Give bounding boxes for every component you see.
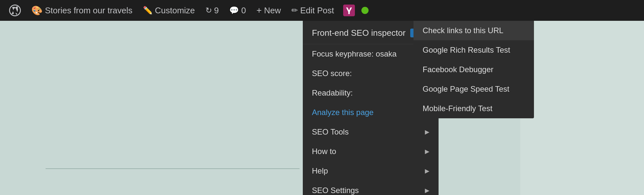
- avatar-icon: 🎨: [31, 5, 43, 16]
- readability-label: Readability:: [312, 88, 353, 98]
- focus-keyphrase-label: Focus keyphrase: osaka: [312, 49, 397, 58]
- submenu-panel: Check links to this URL Google Rich Resu…: [413, 21, 534, 118]
- help-chevron: ▶: [425, 167, 429, 175]
- right-sidebar: [520, 21, 644, 195]
- help-label: Help: [312, 166, 328, 176]
- seo-tools-item[interactable]: SEO Tools ▶: [303, 122, 439, 142]
- comments-item[interactable]: 💬 0: [224, 0, 251, 21]
- comment-icon: 💬: [229, 6, 239, 15]
- seo-score-label: SEO score:: [312, 69, 352, 78]
- facebook-debugger-item[interactable]: Facebook Debugger: [413, 60, 534, 79]
- mobile-friendly-label: Mobile-Friendly Test: [423, 104, 492, 113]
- customize-item[interactable]: ✏️ Customize: [138, 0, 200, 21]
- how-to-label: How to: [312, 147, 336, 156]
- edit-post-label: Edit Post: [300, 6, 334, 16]
- seo-settings-label: SEO Settings: [312, 186, 359, 195]
- yoast-item[interactable]: [339, 0, 359, 21]
- how-to-chevron: ▶: [425, 148, 429, 155]
- plus-icon: +: [257, 5, 262, 16]
- seo-settings-item[interactable]: SEO Settings ▶: [303, 181, 439, 195]
- wordpress-icon: [9, 5, 21, 16]
- green-status-item[interactable]: [359, 0, 371, 21]
- check-links-label: Check links to this URL: [423, 26, 503, 35]
- admin-bar: 🎨 Stories from our travels ✏️ Customize …: [0, 0, 644, 21]
- google-pagespeed-label: Google Page Speed Test: [423, 84, 509, 93]
- help-item[interactable]: Help ▶: [303, 161, 439, 181]
- mobile-friendly-item[interactable]: Mobile-Friendly Test: [413, 99, 534, 118]
- customize-label: Customize: [155, 6, 195, 16]
- site-name-item[interactable]: 🎨 Stories from our travels: [26, 0, 138, 21]
- seo-tools-chevron: ▶: [425, 128, 429, 136]
- dropdown-title: Front-end SEO inspector: [312, 28, 406, 38]
- sync-icon: ↻: [205, 6, 212, 15]
- comments-count: 0: [241, 6, 246, 16]
- yoast-icon: [343, 5, 355, 16]
- seo-settings-chevron: ▶: [425, 187, 429, 194]
- google-rich-item[interactable]: Google Rich Results Test: [413, 40, 534, 60]
- facebook-debugger-label: Facebook Debugger: [423, 65, 493, 74]
- seo-tools-label: SEO Tools: [312, 127, 349, 136]
- page-divider: [46, 168, 300, 169]
- updates-count: 9: [214, 6, 219, 16]
- pencil-icon: ✏️: [143, 6, 153, 15]
- new-item[interactable]: + New: [251, 0, 286, 21]
- how-to-item[interactable]: How to ▶: [303, 142, 439, 161]
- edit-icon: ✏: [291, 6, 298, 15]
- analyze-page-label: Analyze this page: [312, 108, 373, 117]
- green-status-dot: [361, 7, 369, 14]
- site-name-label: Stories from our travels: [45, 6, 133, 16]
- google-pagespeed-item[interactable]: Google Page Speed Test: [413, 79, 534, 99]
- updates-item[interactable]: ↻ 9: [200, 0, 224, 21]
- wordpress-logo-item[interactable]: [4, 0, 26, 21]
- new-label: New: [264, 6, 281, 16]
- google-rich-label: Google Rich Results Test: [423, 46, 510, 54]
- edit-post-item[interactable]: ✏ Edit Post: [286, 0, 339, 21]
- check-links-item[interactable]: Check links to this URL: [413, 21, 534, 40]
